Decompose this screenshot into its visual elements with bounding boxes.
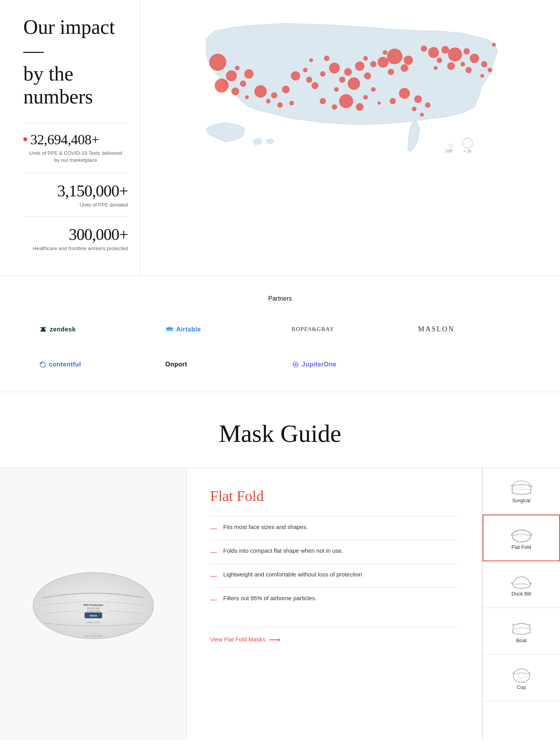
svg-point-45 xyxy=(441,46,449,54)
svg-point-98 xyxy=(518,673,525,678)
mask-type-cup[interactable]: Cup xyxy=(483,655,560,701)
impact-section: Our impact — by the numbers 32,694,408+ … xyxy=(0,0,560,276)
stat-block-3: 300,000+ Healthcare and frontline worker… xyxy=(23,216,128,260)
mask-guide-section: Mask Guide xyxy=(0,392,560,740)
mask-type-surgical[interactable]: Surgical xyxy=(483,468,560,515)
svg-rect-68 xyxy=(40,327,46,328)
svg-point-6 xyxy=(244,69,254,79)
svg-point-29 xyxy=(363,95,368,100)
stat-block-1: 32,694,408+ Units of PPE & COVID-19 Test… xyxy=(23,123,128,172)
svg-line-92 xyxy=(531,534,532,536)
svg-point-53 xyxy=(447,62,455,70)
svg-point-63 xyxy=(492,43,496,47)
maslon-label: MASLON xyxy=(418,325,455,333)
partners-section: Partners zendesk Airtable xyxy=(0,276,560,392)
cup-label: Cup xyxy=(517,684,526,690)
partner-jupiterone[interactable]: JupiterOne xyxy=(284,353,402,376)
airtable-label: Airtable xyxy=(176,326,201,333)
svg-point-21 xyxy=(348,77,360,90)
map-container: 100 > 1k xyxy=(148,8,552,268)
mask-illustration: PHC Protective P/N 879 N95 TC-84A-PH15 N… xyxy=(31,541,156,666)
svg-point-13 xyxy=(306,77,312,83)
svg-point-65 xyxy=(462,138,472,148)
svg-point-61 xyxy=(245,95,249,99)
mask-type-duckbill[interactable]: Duck Bill xyxy=(483,561,560,608)
svg-point-31 xyxy=(378,57,388,68)
svg-point-52 xyxy=(437,58,442,63)
mask-type-flatfold[interactable]: Flat Fold xyxy=(483,515,560,561)
partners-title: Partners xyxy=(31,295,529,302)
svg-point-23 xyxy=(334,87,339,92)
svg-text:TC-84A-PH15: TC-84A-PH15 xyxy=(86,610,100,612)
ropesgray-label: ROPES&GRAY xyxy=(292,326,334,333)
partners-grid: zendesk Airtable ROPES&GRAY MASLON xyxy=(31,318,529,376)
svg-point-2 xyxy=(215,79,229,93)
svg-text:Lot # XXXXX: Lot # XXXXX xyxy=(84,634,102,638)
svg-line-91 xyxy=(511,534,512,536)
dash-1: — xyxy=(210,523,217,534)
svg-point-75 xyxy=(295,363,297,365)
svg-point-43 xyxy=(421,46,427,52)
svg-point-22 xyxy=(364,72,371,79)
svg-point-30 xyxy=(320,98,326,104)
partner-ropesgray[interactable]: ROPES&GRAY xyxy=(284,318,402,341)
svg-point-27 xyxy=(356,103,364,111)
svg-point-11 xyxy=(277,102,283,108)
svg-point-35 xyxy=(401,64,408,72)
boat-label: Boat xyxy=(516,638,527,643)
stat-label-3: Healthcare and frontline workers protect… xyxy=(23,245,128,251)
svg-text:P/N 879 N95: P/N 879 N95 xyxy=(87,607,100,610)
svg-line-88 xyxy=(511,485,512,487)
impact-title: Our impact — by the numbers xyxy=(23,16,128,109)
partner-maslon[interactable]: MASLON xyxy=(410,318,529,341)
svg-point-72 xyxy=(40,362,46,367)
svg-point-47 xyxy=(464,48,470,54)
partner-airtable[interactable]: Airtable xyxy=(158,318,276,341)
view-masks-link[interactable]: View Flat Fold Masks ⟶ xyxy=(210,627,458,644)
svg-point-56 xyxy=(434,66,438,70)
svg-point-57 xyxy=(309,58,313,62)
contentful-icon xyxy=(39,361,47,368)
svg-text:PHC Protective: PHC Protective xyxy=(83,604,103,606)
svg-point-18 xyxy=(344,68,352,76)
stat-block-2: 3,150,000+ Units of PPE donated xyxy=(23,173,128,216)
contentful-label: contentful xyxy=(49,361,81,368)
svg-point-10 xyxy=(266,99,271,103)
svg-line-94 xyxy=(530,582,532,584)
svg-point-16 xyxy=(320,71,326,77)
svg-point-54 xyxy=(466,67,472,73)
svg-point-19 xyxy=(355,61,364,71)
svg-point-5 xyxy=(235,66,240,70)
svg-line-95 xyxy=(512,624,514,625)
duckbill-mask-icon xyxy=(510,572,533,591)
svg-point-25 xyxy=(370,61,376,67)
svg-point-34 xyxy=(388,69,394,75)
partner-empty xyxy=(410,353,529,376)
impact-right-panel: 100 > 1k xyxy=(140,0,560,275)
svg-text:Model 3 N40: Model 3 N40 xyxy=(86,621,100,624)
partner-contentful[interactable]: contentful xyxy=(31,353,150,376)
svg-point-37 xyxy=(399,88,410,99)
svg-point-39 xyxy=(390,98,396,104)
mask-guide-title: Mask Guide xyxy=(0,419,560,448)
svg-point-51 xyxy=(488,68,492,72)
svg-point-48 xyxy=(470,54,479,63)
flatfold-label: Flat Fold xyxy=(511,544,531,550)
mask-type-boat[interactable]: Boat xyxy=(483,608,560,655)
airtable-icon xyxy=(165,325,174,334)
partner-onport[interactable]: Onport xyxy=(158,353,276,376)
stat-label-1: Units of PPE & COVID-19 Tests delivered … xyxy=(23,150,128,164)
jupiterone-icon xyxy=(292,361,299,368)
partner-zendesk[interactable]: zendesk xyxy=(31,318,150,341)
svg-point-14 xyxy=(303,68,308,72)
feature-text-4: Filters out 95% of airborne particles. xyxy=(223,594,317,605)
svg-point-60 xyxy=(378,102,381,105)
svg-point-1 xyxy=(226,70,237,81)
svg-point-36 xyxy=(383,50,387,55)
svg-point-49 xyxy=(460,62,465,67)
svg-line-89 xyxy=(531,485,532,487)
svg-rect-70 xyxy=(166,329,173,331)
cup-mask-icon xyxy=(510,666,533,684)
feature-text-3: Lightweight and comfortable without loss… xyxy=(223,570,362,581)
usa-map: 100 > 1k xyxy=(148,8,552,156)
